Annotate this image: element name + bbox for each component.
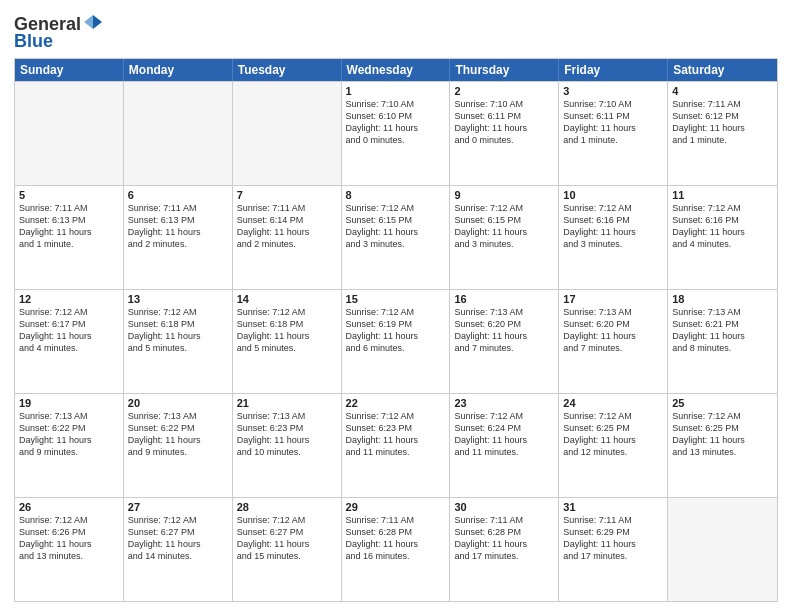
calendar-cell: 24Sunrise: 7:12 AM Sunset: 6:25 PM Dayli… xyxy=(559,394,668,497)
calendar-cell: 21Sunrise: 7:13 AM Sunset: 6:23 PM Dayli… xyxy=(233,394,342,497)
day-number: 1 xyxy=(346,85,446,97)
day-number: 27 xyxy=(128,501,228,513)
day-number: 4 xyxy=(672,85,773,97)
calendar-cell xyxy=(233,82,342,185)
logo: General Blue xyxy=(14,14,103,52)
svg-marker-1 xyxy=(84,15,93,29)
day-info: Sunrise: 7:11 AM Sunset: 6:12 PM Dayligh… xyxy=(672,98,773,147)
day-info: Sunrise: 7:11 AM Sunset: 6:14 PM Dayligh… xyxy=(237,202,337,251)
day-info: Sunrise: 7:12 AM Sunset: 6:15 PM Dayligh… xyxy=(454,202,554,251)
day-number: 15 xyxy=(346,293,446,305)
calendar-cell: 30Sunrise: 7:11 AM Sunset: 6:28 PM Dayli… xyxy=(450,498,559,601)
day-number: 24 xyxy=(563,397,663,409)
day-number: 8 xyxy=(346,189,446,201)
day-number: 10 xyxy=(563,189,663,201)
calendar-header-row: SundayMondayTuesdayWednesdayThursdayFrid… xyxy=(15,59,777,81)
day-info: Sunrise: 7:12 AM Sunset: 6:25 PM Dayligh… xyxy=(672,410,773,459)
day-number: 19 xyxy=(19,397,119,409)
calendar-cell: 23Sunrise: 7:12 AM Sunset: 6:24 PM Dayli… xyxy=(450,394,559,497)
calendar-cell: 13Sunrise: 7:12 AM Sunset: 6:18 PM Dayli… xyxy=(124,290,233,393)
calendar-cell: 27Sunrise: 7:12 AM Sunset: 6:27 PM Dayli… xyxy=(124,498,233,601)
header: General Blue xyxy=(14,10,778,52)
calendar-cell: 17Sunrise: 7:13 AM Sunset: 6:20 PM Dayli… xyxy=(559,290,668,393)
day-number: 9 xyxy=(454,189,554,201)
day-number: 14 xyxy=(237,293,337,305)
day-info: Sunrise: 7:11 AM Sunset: 6:28 PM Dayligh… xyxy=(346,514,446,563)
cal-header-monday: Monday xyxy=(124,59,233,81)
day-number: 18 xyxy=(672,293,773,305)
day-info: Sunrise: 7:13 AM Sunset: 6:22 PM Dayligh… xyxy=(19,410,119,459)
calendar-body: 1Sunrise: 7:10 AM Sunset: 6:10 PM Daylig… xyxy=(15,81,777,601)
day-info: Sunrise: 7:10 AM Sunset: 6:10 PM Dayligh… xyxy=(346,98,446,147)
day-info: Sunrise: 7:11 AM Sunset: 6:28 PM Dayligh… xyxy=(454,514,554,563)
day-info: Sunrise: 7:12 AM Sunset: 6:26 PM Dayligh… xyxy=(19,514,119,563)
calendar-cell: 7Sunrise: 7:11 AM Sunset: 6:14 PM Daylig… xyxy=(233,186,342,289)
calendar-cell xyxy=(15,82,124,185)
day-number: 17 xyxy=(563,293,663,305)
day-number: 23 xyxy=(454,397,554,409)
day-info: Sunrise: 7:10 AM Sunset: 6:11 PM Dayligh… xyxy=(563,98,663,147)
day-info: Sunrise: 7:12 AM Sunset: 6:18 PM Dayligh… xyxy=(237,306,337,355)
day-info: Sunrise: 7:12 AM Sunset: 6:27 PM Dayligh… xyxy=(237,514,337,563)
day-info: Sunrise: 7:11 AM Sunset: 6:29 PM Dayligh… xyxy=(563,514,663,563)
calendar-cell: 22Sunrise: 7:12 AM Sunset: 6:23 PM Dayli… xyxy=(342,394,451,497)
day-info: Sunrise: 7:12 AM Sunset: 6:17 PM Dayligh… xyxy=(19,306,119,355)
day-number: 21 xyxy=(237,397,337,409)
day-info: Sunrise: 7:13 AM Sunset: 6:20 PM Dayligh… xyxy=(454,306,554,355)
day-number: 25 xyxy=(672,397,773,409)
cal-header-sunday: Sunday xyxy=(15,59,124,81)
day-number: 6 xyxy=(128,189,228,201)
day-info: Sunrise: 7:13 AM Sunset: 6:23 PM Dayligh… xyxy=(237,410,337,459)
day-info: Sunrise: 7:12 AM Sunset: 6:23 PM Dayligh… xyxy=(346,410,446,459)
day-info: Sunrise: 7:10 AM Sunset: 6:11 PM Dayligh… xyxy=(454,98,554,147)
calendar-week-5: 26Sunrise: 7:12 AM Sunset: 6:26 PM Dayli… xyxy=(15,497,777,601)
logo-bird-icon xyxy=(83,13,103,33)
calendar-cell: 9Sunrise: 7:12 AM Sunset: 6:15 PM Daylig… xyxy=(450,186,559,289)
day-number: 28 xyxy=(237,501,337,513)
logo-blue-text: Blue xyxy=(14,31,53,52)
day-number: 26 xyxy=(19,501,119,513)
calendar-week-4: 19Sunrise: 7:13 AM Sunset: 6:22 PM Dayli… xyxy=(15,393,777,497)
day-number: 5 xyxy=(19,189,119,201)
day-info: Sunrise: 7:11 AM Sunset: 6:13 PM Dayligh… xyxy=(128,202,228,251)
day-info: Sunrise: 7:13 AM Sunset: 6:22 PM Dayligh… xyxy=(128,410,228,459)
cal-header-wednesday: Wednesday xyxy=(342,59,451,81)
day-info: Sunrise: 7:11 AM Sunset: 6:13 PM Dayligh… xyxy=(19,202,119,251)
day-number: 13 xyxy=(128,293,228,305)
calendar-cell: 28Sunrise: 7:12 AM Sunset: 6:27 PM Dayli… xyxy=(233,498,342,601)
cal-header-thursday: Thursday xyxy=(450,59,559,81)
day-info: Sunrise: 7:13 AM Sunset: 6:20 PM Dayligh… xyxy=(563,306,663,355)
calendar-cell: 14Sunrise: 7:12 AM Sunset: 6:18 PM Dayli… xyxy=(233,290,342,393)
calendar-cell: 3Sunrise: 7:10 AM Sunset: 6:11 PM Daylig… xyxy=(559,82,668,185)
calendar-cell: 8Sunrise: 7:12 AM Sunset: 6:15 PM Daylig… xyxy=(342,186,451,289)
day-info: Sunrise: 7:12 AM Sunset: 6:25 PM Dayligh… xyxy=(563,410,663,459)
day-number: 31 xyxy=(563,501,663,513)
calendar-cell: 25Sunrise: 7:12 AM Sunset: 6:25 PM Dayli… xyxy=(668,394,777,497)
cal-header-friday: Friday xyxy=(559,59,668,81)
cal-header-tuesday: Tuesday xyxy=(233,59,342,81)
day-info: Sunrise: 7:12 AM Sunset: 6:24 PM Dayligh… xyxy=(454,410,554,459)
calendar-week-2: 5Sunrise: 7:11 AM Sunset: 6:13 PM Daylig… xyxy=(15,185,777,289)
calendar-cell: 1Sunrise: 7:10 AM Sunset: 6:10 PM Daylig… xyxy=(342,82,451,185)
calendar-cell: 31Sunrise: 7:11 AM Sunset: 6:29 PM Dayli… xyxy=(559,498,668,601)
calendar-week-1: 1Sunrise: 7:10 AM Sunset: 6:10 PM Daylig… xyxy=(15,81,777,185)
day-number: 20 xyxy=(128,397,228,409)
day-info: Sunrise: 7:12 AM Sunset: 6:15 PM Dayligh… xyxy=(346,202,446,251)
day-number: 22 xyxy=(346,397,446,409)
calendar-cell: 29Sunrise: 7:11 AM Sunset: 6:28 PM Dayli… xyxy=(342,498,451,601)
day-number: 12 xyxy=(19,293,119,305)
calendar-week-3: 12Sunrise: 7:12 AM Sunset: 6:17 PM Dayli… xyxy=(15,289,777,393)
calendar-cell: 11Sunrise: 7:12 AM Sunset: 6:16 PM Dayli… xyxy=(668,186,777,289)
calendar-cell: 26Sunrise: 7:12 AM Sunset: 6:26 PM Dayli… xyxy=(15,498,124,601)
calendar-cell: 2Sunrise: 7:10 AM Sunset: 6:11 PM Daylig… xyxy=(450,82,559,185)
day-number: 30 xyxy=(454,501,554,513)
calendar-cell xyxy=(668,498,777,601)
day-number: 7 xyxy=(237,189,337,201)
calendar-cell: 6Sunrise: 7:11 AM Sunset: 6:13 PM Daylig… xyxy=(124,186,233,289)
day-number: 3 xyxy=(563,85,663,97)
calendar: SundayMondayTuesdayWednesdayThursdayFrid… xyxy=(14,58,778,602)
day-number: 16 xyxy=(454,293,554,305)
calendar-cell: 16Sunrise: 7:13 AM Sunset: 6:20 PM Dayli… xyxy=(450,290,559,393)
day-info: Sunrise: 7:12 AM Sunset: 6:19 PM Dayligh… xyxy=(346,306,446,355)
day-info: Sunrise: 7:12 AM Sunset: 6:18 PM Dayligh… xyxy=(128,306,228,355)
